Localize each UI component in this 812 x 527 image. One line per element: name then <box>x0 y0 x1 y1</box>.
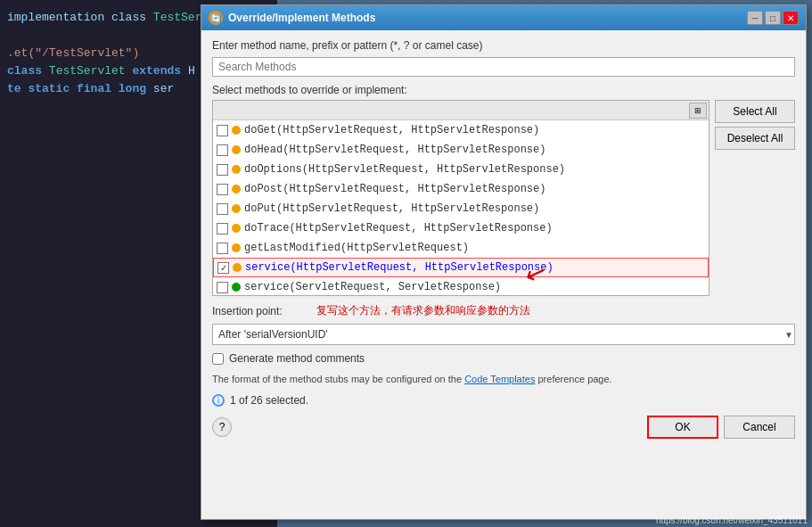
list-item[interactable]: doGet(HttpServletRequest, HttpServletRes… <box>213 120 709 140</box>
method-checkbox[interactable] <box>217 223 228 235</box>
list-item[interactable]: doOptions(HttpServletRequest, HttpServle… <box>213 160 709 179</box>
list-item-selected[interactable]: service(HttpServletRequest, HttpServletR… <box>213 258 709 277</box>
method-checkbox[interactable] <box>217 125 228 136</box>
code-text: .et("/TestServlet") <box>7 46 139 60</box>
insertion-dropdown[interactable]: After 'serialVersionUID' <box>212 324 795 345</box>
methods-label: Select methods to override or implement: <box>212 84 795 96</box>
method-checkbox[interactable] <box>217 203 228 215</box>
code-text: extends <box>132 64 181 78</box>
code-text: ser <box>153 82 174 95</box>
insertion-point-row: Insertion point: 复写这个方法，有请求参数和响应参数的方法 <box>212 303 795 318</box>
dot-yellow-icon <box>232 185 241 194</box>
list-item[interactable]: getLastModified(HttpServletRequest) <box>213 238 709 258</box>
cancel-button[interactable]: Cancel <box>724 416 795 439</box>
list-item[interactable]: doPut(HttpServletRequest, HttpServletRes… <box>213 199 709 218</box>
dialog-title: Override/Implement Methods <box>228 12 375 24</box>
minimize-button[interactable]: ─ <box>747 11 763 25</box>
insertion-point-label-col: Insertion point: 复写这个方法，有请求参数和响应参数的方法 <box>212 303 530 318</box>
methods-list-wrapper: ⊞ doGet(HttpServletRequest, HttpServletR… <box>212 100 709 296</box>
method-checkbox-checked[interactable] <box>217 262 229 274</box>
method-name: doGet(HttpServletRequest, HttpServletRes… <box>244 124 539 136</box>
method-name: doHead(HttpServletRequest, HttpServletRe… <box>244 144 545 156</box>
dot-yellow-icon <box>232 243 241 252</box>
method-name: service(HttpServletRequest, HttpServletR… <box>245 261 554 274</box>
dialog-description: Enter method name, prefix or pattern (*,… <box>212 39 795 52</box>
right-action-buttons: Select All Deselect All <box>715 100 795 296</box>
info-text-row: The format of the method stubs may be co… <box>212 372 795 387</box>
code-text: te static final long <box>7 82 146 95</box>
methods-toolbar: ⊞ <box>213 101 709 120</box>
watermark: https://blog.csdn.net/weixin_43511011 <box>656 515 808 525</box>
method-name: doTrace(HttpServletRequest, HttpServletR… <box>244 222 553 235</box>
code-text: class <box>7 64 42 78</box>
dot-yellow-icon <box>232 145 241 154</box>
method-name: doPost(HttpServletRequest, HttpServletRe… <box>244 183 545 195</box>
deselect-all-button[interactable]: Deselect All <box>715 127 795 150</box>
help-button[interactable]: ? <box>212 417 232 437</box>
methods-container: ⊞ doGet(HttpServletRequest, HttpServletR… <box>212 100 795 296</box>
methods-list[interactable]: doGet(HttpServletRequest, HttpServletRes… <box>213 120 709 296</box>
generate-comments-label: Generate method comments <box>229 352 365 365</box>
dot-yellow-icon <box>232 165 241 174</box>
dot-yellow-icon <box>232 204 241 213</box>
search-input[interactable] <box>212 57 795 77</box>
method-checkbox[interactable] <box>217 243 228 254</box>
method-checkbox[interactable] <box>217 282 228 293</box>
method-checkbox[interactable] <box>217 144 228 156</box>
code-text: H <box>188 64 195 78</box>
list-item[interactable]: service(ServletRequest, ServletResponse) <box>213 277 709 296</box>
method-name: getLastModified(HttpServletRequest) <box>244 242 469 254</box>
dialog-icon: 🔄 <box>209 11 223 25</box>
list-item[interactable]: doHead(HttpServletRequest, HttpServletRe… <box>213 140 709 160</box>
code-text: implementation class <box>7 11 146 24</box>
dot-green-icon <box>232 283 241 292</box>
method-name: service(ServletRequest, ServletResponse) <box>244 281 501 293</box>
method-name: doOptions(HttpServletRequest, HttpServle… <box>244 163 565 176</box>
method-checkbox[interactable] <box>217 184 228 195</box>
bottom-buttons-row: ? OK Cancel <box>212 416 795 439</box>
insertion-annotation: 复写这个方法，有请求参数和响应参数的方法 <box>316 303 530 318</box>
info-text-before: The format of the method stubs may be co… <box>212 374 462 384</box>
ok-button[interactable]: OK <box>647 416 718 439</box>
code-templates-link[interactable]: Code Templates <box>464 374 535 384</box>
list-item[interactable]: doTrace(HttpServletRequest, HttpServletR… <box>213 218 709 238</box>
method-checkbox[interactable] <box>217 164 228 176</box>
method-name: doPut(HttpServletRequest, HttpServletRes… <box>244 202 539 215</box>
select-all-button[interactable]: Select All <box>715 100 795 123</box>
list-item[interactable]: doPost(HttpServletRequest, HttpServletRe… <box>213 179 709 199</box>
close-button[interactable]: ✕ <box>783 11 799 25</box>
override-implement-dialog: 🔄 Override/Implement Methods ─ □ ✕ Enter… <box>201 4 807 520</box>
dialog-controls: ─ □ ✕ <box>747 11 799 25</box>
dialog-body: Enter method name, prefix or pattern (*,… <box>201 30 806 448</box>
restore-button[interactable]: □ <box>765 11 781 25</box>
generate-comments-row: Generate method comments <box>212 352 795 365</box>
generate-comments-checkbox[interactable] <box>212 353 224 365</box>
info-icon: i <box>212 394 225 407</box>
insertion-dropdown-wrapper: After 'serialVersionUID' ▼ <box>212 324 795 345</box>
dot-yellow-icon <box>232 224 241 233</box>
code-text: TestServlet <box>49 64 126 78</box>
dialog-titlebar: 🔄 Override/Implement Methods ─ □ ✕ <box>201 5 806 30</box>
toolbar-sort-button[interactable]: ⊞ <box>689 103 707 119</box>
insertion-dropdown-row: After 'serialVersionUID' ▼ <box>212 324 795 345</box>
status-row: i 1 of 26 selected. <box>212 394 795 407</box>
dot-yellow-icon <box>233 263 242 272</box>
dot-yellow-icon <box>232 126 241 135</box>
info-text-after: preference page. <box>537 374 611 384</box>
dialog-title-left: 🔄 Override/Implement Methods <box>209 11 375 25</box>
status-text: 1 of 26 selected. <box>230 394 308 407</box>
insertion-point-label: Insertion point: <box>212 305 306 317</box>
